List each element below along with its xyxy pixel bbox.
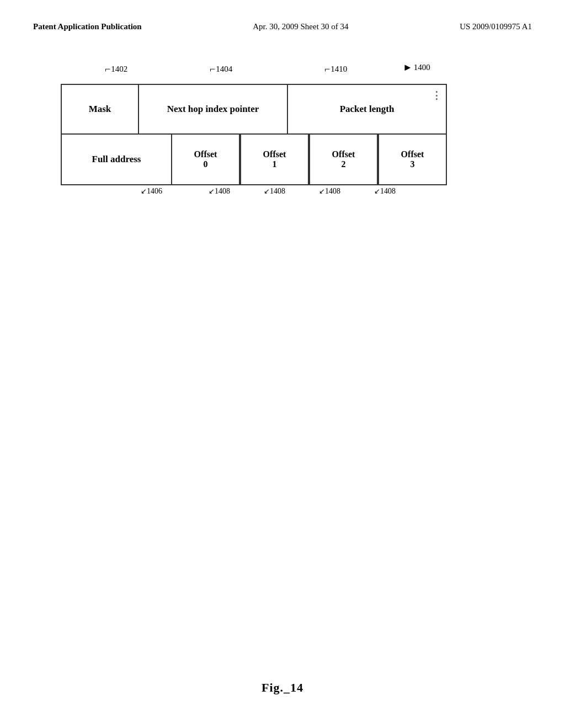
mask-label: Mask: [89, 104, 111, 115]
offset-3-label: Offset: [401, 149, 424, 159]
ref-1402-label: 1402: [111, 65, 127, 74]
dots-decoration: ⋮: [431, 89, 443, 101]
offset-1-label: Offset: [263, 149, 286, 159]
ref-1402: ⌐ 1402: [105, 63, 127, 75]
bottom-ref-labels: ↙ 1406 ↙ 1408 ↙ 1408 ↙ 1408 ↙ 1408: [61, 187, 447, 206]
packet-length-label: Packet length: [340, 104, 395, 115]
sheet-info: Apr. 30, 2009 Sheet 30 of 34: [253, 22, 348, 31]
ref-1400: ◄ 1400: [403, 62, 430, 73]
publication-label: Patent Application Publication: [33, 22, 142, 31]
ref-1404-label: 1404: [216, 65, 232, 74]
ref-1408-d: ↙ 1408: [374, 187, 396, 196]
ref-1408-b: ↙ 1408: [264, 187, 285, 196]
cell-offset-2: Offset 2: [309, 135, 378, 184]
patent-number: US 2009/0109975 A1: [460, 22, 532, 31]
full-address-label: Full address: [92, 154, 141, 165]
ref-1406-label: 1406: [147, 187, 162, 196]
cell-offset-1: Offset 1: [240, 135, 309, 184]
ref-1410: ⌐ 1410: [324, 63, 347, 75]
cell-next-hop-index-pointer: Next hop index pointer: [139, 85, 288, 133]
ref-1408c-label: 1408: [325, 187, 340, 196]
offset-0-label: Offset: [194, 149, 217, 159]
cell-full-address: Full address: [62, 135, 172, 184]
top-ref-labels: ⌐ 1402 ⌐ 1404 ⌐ 1410 ◄ 1400: [61, 59, 447, 84]
cell-packet-length: Packet length ⋮: [288, 85, 446, 133]
ref-1408a-label: 1408: [215, 187, 230, 196]
main-table: Mask Next hop index pointer Packet lengt…: [61, 84, 447, 185]
offset-3-number: 3: [411, 159, 415, 169]
cell-offset-0: Offset 0: [172, 135, 240, 184]
ref-1406: ↙ 1406: [141, 187, 162, 196]
table-row-top: Mask Next hop index pointer Packet lengt…: [62, 85, 446, 135]
cell-offset-3: Offset 3: [378, 135, 446, 184]
ref-1408b-label: 1408: [270, 187, 285, 196]
offset-2-label: Offset: [332, 149, 355, 159]
ref-1410-label: 1410: [331, 65, 347, 74]
offset-2-number: 2: [342, 159, 346, 169]
cell-mask: Mask: [62, 85, 139, 133]
ref-1408d-label: 1408: [380, 187, 396, 196]
next-hop-label: Next hop index pointer: [167, 104, 259, 115]
ref-1408-c: ↙ 1408: [319, 187, 340, 196]
page-header: Patent Application Publication Apr. 30, …: [33, 22, 532, 31]
ref-1400-label: 1400: [414, 63, 430, 72]
offset-1-number: 1: [273, 159, 277, 169]
ref-1404: ⌐ 1404: [210, 63, 232, 75]
diagram-area: ⌐ 1402 ⌐ 1404 ⌐ 1410 ◄ 1400: [61, 59, 532, 206]
figure-caption: Fig._14: [262, 681, 303, 695]
ref-1408-a: ↙ 1408: [209, 187, 230, 196]
offset-0-number: 0: [204, 159, 208, 169]
table-row-bottom: Full address Offset 0 Offset 1 Offset 2 …: [62, 135, 446, 184]
